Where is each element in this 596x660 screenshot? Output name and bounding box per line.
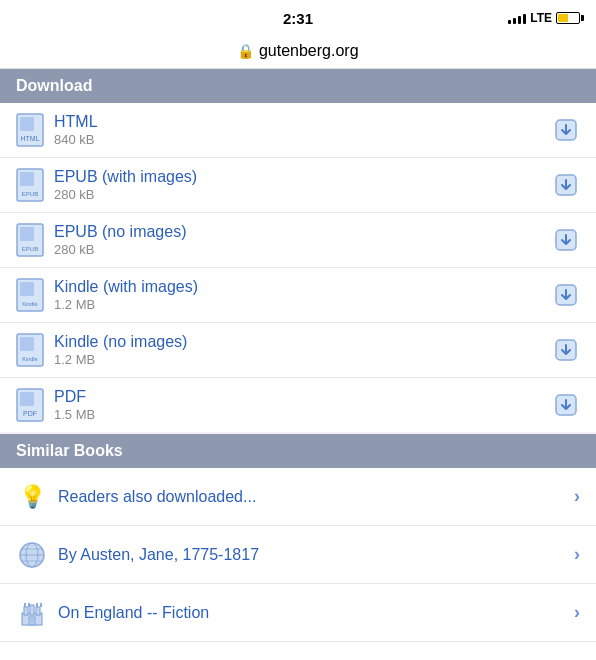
svg-rect-33 — [29, 617, 35, 625]
address-text: 🔒 gutenberg.org — [237, 42, 358, 59]
svg-text:EPUB: EPUB — [22, 246, 38, 252]
file-epub-noimages-icon: EPUB — [16, 223, 44, 257]
status-time: 2:31 — [204, 10, 392, 27]
similar-section-header: Similar Books — [0, 434, 596, 468]
svg-rect-36 — [36, 603, 38, 607]
signal-bar-3 — [518, 16, 521, 24]
lte-label: LTE — [530, 11, 552, 25]
file-kindle-images-icon: Kindle — [16, 278, 44, 312]
similar-readers-title: Readers also downloaded... — [58, 488, 574, 506]
download-epub-noimages-title: EPUB (no images) — [54, 223, 552, 241]
download-epub-images-size: 280 kB — [54, 187, 552, 202]
download-kindle-noimages-arrow[interactable] — [552, 336, 580, 364]
similar-item-england[interactable]: On England -- Fiction › — [0, 584, 596, 642]
download-list: HTML HTML 840 kB — [0, 103, 596, 432]
similar-item-youngwomen[interactable]: On Young women -- Fiction › — [0, 642, 596, 660]
svg-text:HTML: HTML — [20, 135, 39, 142]
svg-rect-35 — [28, 603, 30, 607]
similar-item-austen[interactable]: By Austen, Jane, 1775-1817 › — [0, 526, 596, 584]
lightbulb-icon: 💡 — [16, 481, 48, 513]
similar-austen-title: By Austen, Jane, 1775-1817 — [58, 546, 574, 564]
signal-bar-1 — [508, 20, 511, 24]
download-epub-noimages-size: 280 kB — [54, 242, 552, 257]
svg-rect-21 — [20, 392, 34, 406]
download-kindle-images-title: Kindle (with images) — [54, 278, 552, 296]
download-item-kindle-images[interactable]: Kindle Kindle (with images) 1.2 MB — [0, 268, 596, 323]
signal-bars-icon — [508, 12, 526, 24]
globe-icon — [16, 539, 48, 571]
file-pdf-icon: PDF — [16, 388, 44, 422]
signal-bar-2 — [513, 18, 516, 24]
battery-icon — [556, 12, 580, 24]
download-html-info: HTML 840 kB — [54, 113, 552, 147]
download-epub-noimages-arrow[interactable] — [552, 226, 580, 254]
download-kindle-images-info: Kindle (with images) 1.2 MB — [54, 278, 552, 312]
svg-rect-9 — [20, 227, 34, 241]
file-epub-images-icon: EPUB — [16, 168, 44, 202]
download-item-epub-noimages[interactable]: EPUB EPUB (no images) 280 kB — [0, 213, 596, 268]
svg-text:PDF: PDF — [23, 410, 37, 417]
download-epub-images-info: EPUB (with images) 280 kB — [54, 168, 552, 202]
download-kindle-images-size: 1.2 MB — [54, 297, 552, 312]
chevron-right-austen-icon: › — [574, 544, 580, 565]
svg-text:Kindle: Kindle — [22, 356, 37, 362]
svg-text:Kindle: Kindle — [22, 301, 37, 307]
similar-england-title: On England -- Fiction — [58, 604, 574, 622]
castle-england-icon — [16, 597, 48, 629]
svg-rect-32 — [30, 605, 34, 615]
address-bar[interactable]: 🔒 gutenberg.org — [0, 36, 596, 69]
phone-frame: 2:31 LTE 🔒 gutenberg.org Download — [0, 0, 596, 660]
castle-youngwomen-icon — [16, 655, 48, 661]
svg-text:EPUB: EPUB — [22, 191, 38, 197]
download-kindle-noimages-size: 1.2 MB — [54, 352, 552, 367]
download-kindle-noimages-info: Kindle (no images) 1.2 MB — [54, 333, 552, 367]
download-kindle-images-arrow[interactable] — [552, 281, 580, 309]
status-right: LTE — [392, 11, 580, 25]
similar-item-readers[interactable]: 💡 Readers also downloaded... › — [0, 468, 596, 526]
download-epub-images-title: EPUB (with images) — [54, 168, 552, 186]
download-item-kindle-noimages[interactable]: Kindle Kindle (no images) 1.2 MB — [0, 323, 596, 378]
download-item-pdf[interactable]: PDF PDF 1.5 MB — [0, 378, 596, 432]
download-pdf-size: 1.5 MB — [54, 407, 552, 422]
svg-rect-30 — [24, 607, 28, 615]
download-epub-images-arrow[interactable] — [552, 171, 580, 199]
chevron-right-icon: › — [574, 486, 580, 507]
chevron-right-england-icon: › — [574, 602, 580, 623]
svg-rect-13 — [20, 282, 34, 296]
download-html-title: HTML — [54, 113, 552, 131]
download-pdf-info: PDF 1.5 MB — [54, 388, 552, 422]
download-html-arrow[interactable] — [552, 116, 580, 144]
svg-rect-34 — [24, 603, 26, 607]
battery-fill — [558, 14, 568, 22]
svg-rect-17 — [20, 337, 34, 351]
download-item-epub-images[interactable]: EPUB EPUB (with images) 280 kB — [0, 158, 596, 213]
signal-bar-4 — [523, 14, 526, 24]
download-section-header: Download — [0, 69, 596, 103]
download-item-html[interactable]: HTML HTML 840 kB — [0, 103, 596, 158]
svg-rect-31 — [36, 607, 40, 615]
lock-icon: 🔒 — [237, 43, 254, 59]
file-kindle-noimages-icon: Kindle — [16, 333, 44, 367]
status-bar: 2:31 LTE — [0, 0, 596, 36]
download-epub-noimages-info: EPUB (no images) 280 kB — [54, 223, 552, 257]
download-pdf-title: PDF — [54, 388, 552, 406]
svg-rect-1 — [20, 117, 34, 131]
url-text: gutenberg.org — [259, 42, 359, 59]
file-html-icon: HTML — [16, 113, 44, 147]
svg-rect-37 — [40, 603, 42, 607]
main-content: Download HTML HTML 840 kB — [0, 69, 596, 660]
download-pdf-arrow[interactable] — [552, 391, 580, 419]
similar-list: 💡 Readers also downloaded... › By Austen… — [0, 468, 596, 660]
download-html-size: 840 kB — [54, 132, 552, 147]
svg-rect-5 — [20, 172, 34, 186]
download-kindle-noimages-title: Kindle (no images) — [54, 333, 552, 351]
